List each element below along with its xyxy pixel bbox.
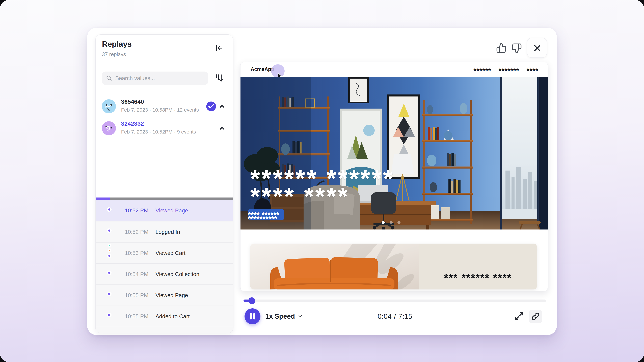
search-row [96,68,233,94]
event-label: Viewed Page [156,292,188,299]
replayed-site-navbar: AcmeApp ****** ******* **** [240,62,548,77]
event-label: Added to Cart [156,313,190,320]
time-current: 0:04 [378,312,392,321]
event-dot [107,313,112,317]
replayed-site-nav: ****** ******* **** [474,62,538,77]
event-label: Viewed Cart [156,250,186,256]
product-text-panel: *** ****** **** [419,244,537,289]
copy-link-button[interactable] [529,310,542,323]
screen: Replays 37 replays [0,0,644,362]
masked-nav-item: ******* [498,67,519,75]
carousel-dots [382,221,400,224]
event-dot [107,207,112,212]
speed-label: 1x Speed [265,312,295,320]
seek-knob[interactable] [248,297,255,304]
event-row-viewed-cart[interactable]: 10:53 PM Viewed Cart [96,242,233,263]
thumbs-down-button[interactable] [511,43,522,54]
event-row-viewed-page-2[interactable]: 10:55 PM Viewed Page [96,284,233,306]
playback-time: 0:04 / 7:15 [359,308,431,324]
expand-icon [514,320,524,322]
session-row-3242332[interactable]: 3242332 Feb 7, 2023 · 10:52PM · 9 events [96,118,233,197]
event-dot [107,254,111,258]
session-avatar [102,99,116,113]
selected-check-badge [206,102,216,111]
session-id-active: 3242332 [121,120,144,127]
event-dot-teal [108,244,111,247]
thumbs-up-button[interactable] [496,42,507,53]
event-label: Logged In [156,229,180,235]
carousel-dot [398,221,400,224]
event-row-added-to-cart[interactable]: 10:55 PM Added to Cart [96,306,233,327]
page-background: Replays 37 replays [0,0,644,362]
replayed-site-logo: AcmeApp [250,66,274,72]
masked-cta-label: **** ****** ********** [248,213,284,221]
replays-sidebar: Replays 37 replays [95,34,234,333]
event-time: 10:54 PM [125,271,148,277]
chevron-down-icon [298,313,303,320]
event-label: Viewed Collection [156,271,200,277]
collapse-panel-icon [214,51,224,53]
page-title: Replays [102,39,132,49]
collapse-sidebar-button[interactable] [214,43,224,53]
replayed-cta-button: **** ****** ********** [248,209,284,220]
session-avatar [102,121,116,135]
replayed-hero-section: ****** ****** **** **** **** ****** ****… [240,77,548,229]
event-dot-orange [108,249,111,252]
time-separator: / [394,312,396,321]
pause-icon [250,313,252,320]
carousel-dot-active [382,221,385,224]
masked-nav-item: ****** [474,67,491,75]
session-meta: Feb 7, 2023 · 10:52PM · 9 events [121,129,196,135]
event-label: Viewed Page [156,207,188,214]
fullscreen-button[interactable] [514,311,524,322]
event-time: 10:52 PM [125,207,148,214]
replay-modal: Replays 37 replays [87,28,557,335]
sort-filter-button[interactable] [213,72,224,85]
time-total: 7:15 [398,312,412,321]
replayed-product-card: *** ****** **** [250,244,537,289]
sort-descending-icon [213,82,224,84]
session-watch-progress [96,197,233,200]
carousel-dot [390,221,392,224]
event-row-logged-in[interactable]: 10:52 PM Logged In [96,221,233,242]
event-row-viewed-page[interactable]: 10:52 PM Viewed Page [96,200,233,221]
event-time: 10:55 PM [125,292,148,299]
close-button[interactable] [527,38,547,58]
event-time: 10:53 PM [125,250,148,256]
sidebar-header: Replays 37 replays [96,35,233,68]
event-dot [107,228,112,233]
event-time: 10:55 PM [125,313,148,320]
session-watch-progress-fill [96,197,110,200]
chevron-up-icon[interactable] [218,103,226,110]
seek-bar[interactable] [244,300,546,302]
event-time: 10:52 PM [125,229,148,235]
event-dot [107,271,112,275]
search-box [102,72,208,85]
masked-nav-item: **** [526,67,538,75]
event-row-viewed-collection[interactable]: 10:54 PM Viewed Collection [96,263,233,284]
session-meta: Feb 7, 2023 · 10:58PM · 12 events [121,107,199,113]
playback-speed-dropdown[interactable]: 1x Speed [265,308,303,324]
thumbs-down-icon [511,52,522,54]
session-id: 3654640 [121,98,144,105]
search-input[interactable] [115,72,206,85]
sessions-list: 3654640 Feb 7, 2023 · 10:58PM · 12 event… [96,94,233,333]
thumbs-up-icon [496,51,507,54]
session-row-3654640[interactable]: 3654640 Feb 7, 2023 · 10:58PM · 12 event… [96,95,233,118]
pause-button[interactable] [244,308,260,324]
replay-viewport: AcmeApp ****** ******* **** [240,62,548,292]
event-dot [107,292,112,296]
masked-hero-heading-line2: **** **** [250,189,349,204]
chevron-up-icon[interactable] [218,125,226,132]
sofa-photo [250,244,419,289]
event-row-checked-out[interactable]: 10:56 PM Checked Out [96,327,233,333]
masked-product-text: *** ****** **** [419,275,537,281]
replay-count: 37 replays [102,51,126,57]
